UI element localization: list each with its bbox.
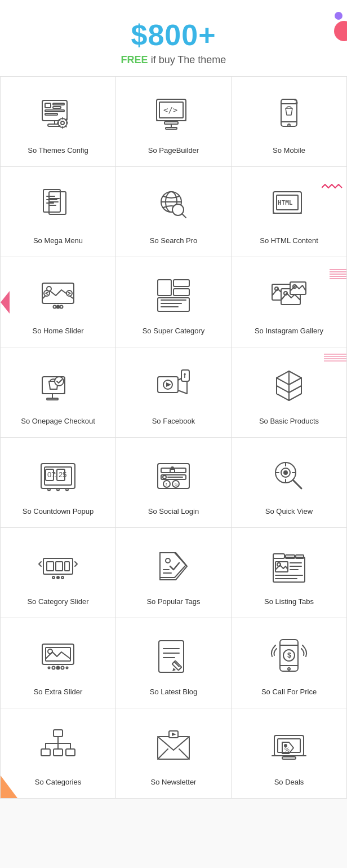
svg-rect-123 xyxy=(273,554,284,558)
svg-point-47 xyxy=(60,306,63,309)
svg-point-22 xyxy=(288,124,290,126)
svg-text:G: G xyxy=(175,482,177,486)
svg-rect-3 xyxy=(45,103,51,108)
svg-text:HTML: HTML xyxy=(278,199,293,206)
cell-latest-blog: So Latest Blog xyxy=(116,618,232,708)
svg-rect-115 xyxy=(65,562,69,571)
svg-point-45 xyxy=(54,306,56,309)
cell-label-categories: So Categories xyxy=(35,777,81,787)
cell-deals: % So Deals xyxy=(232,708,347,799)
svg-point-119 xyxy=(166,558,170,563)
svg-text:</>: </> xyxy=(163,105,177,114)
cell-label-pagebuilder: So PageBuilder xyxy=(148,146,199,156)
svg-point-1 xyxy=(334,21,347,41)
svg-point-70 xyxy=(55,377,64,386)
cell-label-deals: So Deals xyxy=(274,777,304,787)
svg-point-110 xyxy=(284,471,287,474)
cell-label-social-login: So Social Login xyxy=(148,506,199,517)
svg-text:$: $ xyxy=(287,651,292,659)
mega-menu-icon xyxy=(35,183,81,228)
svg-line-83 xyxy=(289,386,301,393)
mobile-icon xyxy=(266,92,312,138)
svg-rect-114 xyxy=(56,562,63,571)
svg-rect-155 xyxy=(54,730,63,737)
cell-pagebuilder: </> So PageBuilder xyxy=(116,77,232,167)
svg-line-165 xyxy=(158,749,168,759)
cell-newsletter: So Newsletter xyxy=(116,708,232,799)
cell-label-html-content: So HTML Content xyxy=(260,236,318,246)
svg-point-43 xyxy=(44,290,50,296)
cell-category-slider: So Category Slider xyxy=(1,528,116,618)
svg-point-98 xyxy=(163,475,166,479)
svg-line-82 xyxy=(277,386,289,393)
svg-marker-154 xyxy=(1,776,17,798)
svg-rect-69 xyxy=(47,398,58,400)
cell-search-pro: So Search Pro xyxy=(116,167,232,257)
cell-super-category: So Super Category xyxy=(116,257,232,347)
subtitle: FREE if buy The theme xyxy=(11,54,336,66)
cell-label-mega-menu: So Mega Menu xyxy=(33,236,83,246)
svg-point-46 xyxy=(57,306,60,309)
home-slider-icon xyxy=(35,273,81,318)
cell-basic-products: So Basic Products xyxy=(232,347,347,438)
svg-point-93 xyxy=(66,488,68,491)
cell-label-onepage-checkout: So Onepage Checkout xyxy=(21,416,95,426)
cell-label-listing-tabs: So Listing Tabs xyxy=(264,597,314,607)
instagram-gallery-icon xyxy=(266,273,312,318)
stripe-decor2 xyxy=(324,353,346,362)
cell-label-themes-config: So Themes Config xyxy=(28,146,88,156)
cell-themes-config: So Themes Config xyxy=(1,77,116,167)
svg-text:f: f xyxy=(166,482,167,487)
svg-rect-18 xyxy=(166,127,177,129)
cell-label-instagram-gallery: So Instagram Gallery xyxy=(255,326,323,336)
svg-point-44 xyxy=(66,290,72,296)
cell-countdown-popup: 07 : 25 So Countdown Popup xyxy=(1,438,116,528)
svg-point-151 xyxy=(288,668,290,670)
stripe-decor xyxy=(330,268,346,280)
plugin-grid: So Themes Config </> So PageBuilder xyxy=(0,76,347,799)
free-label: FREE xyxy=(121,54,148,65)
svg-text:25: 25 xyxy=(59,470,66,479)
cell-facebook: f So Facebook xyxy=(116,347,232,438)
svg-point-139 xyxy=(48,667,50,669)
svg-rect-96 xyxy=(170,469,175,473)
svg-text:%: % xyxy=(284,747,290,753)
countdown-popup-icon: 07 : 25 xyxy=(35,453,81,499)
categories-icon xyxy=(35,724,81,769)
newsletter-icon xyxy=(151,724,196,769)
svg-line-111 xyxy=(293,480,301,488)
extra-slider-icon xyxy=(35,634,81,679)
latest-blog-icon xyxy=(151,634,196,679)
cell-categories: So Categories xyxy=(1,708,116,799)
svg-rect-141 xyxy=(159,641,184,672)
cell-label-mobile: So Mobile xyxy=(273,146,305,156)
social-login-icon: f G xyxy=(151,453,196,499)
cell-label-call-for-price: So Call For Price xyxy=(261,687,317,697)
cell-label-category-slider: So Category Slider xyxy=(27,597,88,607)
svg-rect-4 xyxy=(53,103,64,105)
cell-label-home-slider: So Home Slider xyxy=(32,326,83,336)
deals-icon: % xyxy=(266,724,312,769)
svg-rect-172 xyxy=(282,757,296,759)
svg-rect-6 xyxy=(45,110,64,112)
svg-point-91 xyxy=(48,488,50,491)
cell-popular-tags: So Popular Tags xyxy=(116,528,232,618)
svg-point-116 xyxy=(52,576,55,579)
call-for-price-icon: $ xyxy=(266,634,312,679)
svg-marker-146 xyxy=(172,668,176,671)
svg-rect-48 xyxy=(158,280,171,296)
svg-point-140 xyxy=(66,667,68,669)
cell-mega-menu: So Mega Menu xyxy=(1,167,116,257)
cell-social-login: f G So Social Login xyxy=(116,438,232,528)
cell-label-newsletter: So Newsletter xyxy=(151,777,197,787)
svg-point-92 xyxy=(57,488,59,491)
super-category-icon xyxy=(151,273,196,318)
svg-rect-156 xyxy=(41,749,50,756)
category-slider-icon xyxy=(35,544,81,589)
cell-mobile: So Mobile xyxy=(232,77,347,167)
cell-label-popular-tags: So Popular Tags xyxy=(146,597,200,607)
cell-instagram-gallery: So Instagram Gallery xyxy=(232,257,347,347)
price-text: $800+ xyxy=(11,18,336,52)
basic-products-icon xyxy=(266,363,312,408)
search-pro-icon xyxy=(151,183,196,228)
